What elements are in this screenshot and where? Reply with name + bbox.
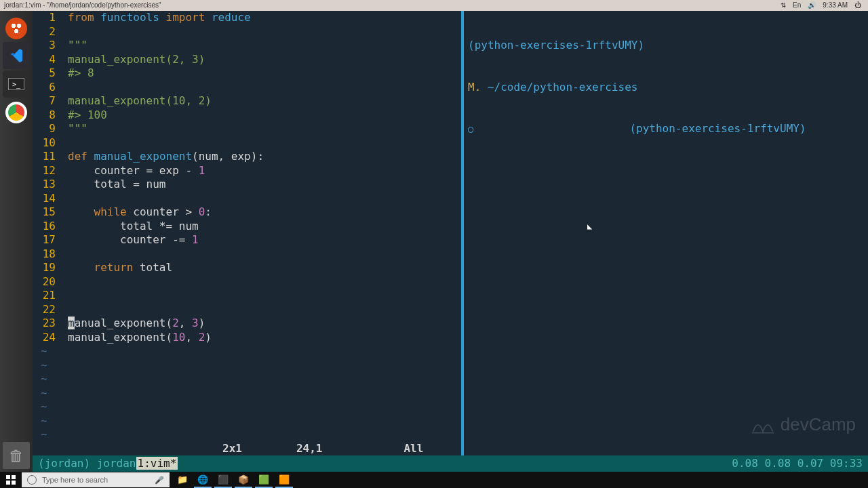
vscode-icon[interactable] [3,42,30,69]
tmux-loadavg-clock: 0.08 0.08 0.07 09:33 [732,455,863,472]
tmux-status-bar: (jordan) jordan1:vim* 0.08 0.08 0.07 09:… [33,455,868,472]
taskbar-search-input[interactable]: Type here to search [22,472,170,487]
start-button[interactable] [0,472,22,488]
terminal-window: 123456789101112131415161718192021222324 … [33,11,868,472]
power-icon[interactable]: ⏻ [854,0,861,11]
taskbar-pinned-apps: 📁 🌐 ⬛ 📦 🟩 🟧 [174,472,293,488]
taskbar-camtasia-icon[interactable]: 🟧 [275,472,293,488]
taskbar-chrome-icon[interactable]: 🌐 [194,472,212,488]
prompt-env-name: (python-exercises-1rftvUMY) [629,122,806,135]
sound-icon[interactable]: 🔊 [808,0,816,11]
keyboard-lang[interactable]: En [793,0,801,11]
system-tray: ⇅ En 🔊 9:33 AM ⏻ [781,0,868,11]
virtualenv-name: (python-exercises-1rftvUMY) [468,39,868,53]
vim-scroll-position: All [403,442,423,455]
vim-statusline-left: 2x1 24,1 All [33,442,461,455]
svg-rect-3 [12,481,16,485]
cwd-path: ~/code/python-exercises [488,81,638,94]
vim-left-pane[interactable]: 123456789101112131415161718192021222324 … [33,11,461,455]
windows-taskbar: Type here to search 📁 🌐 ⬛ 📦 🟩 🟧 [0,472,868,488]
network-icon[interactable]: ⇅ [781,0,786,11]
chrome-icon[interactable] [3,99,30,126]
terminal-icon[interactable]: >_ [3,70,30,98]
svg-rect-0 [6,475,10,479]
shell-right-pane[interactable]: (python-exercises-1rftvUMY) M. ~/code/py… [464,11,868,455]
svg-rect-2 [6,481,10,485]
search-placeholder: Type here to search [42,476,108,484]
dash-icon[interactable] [3,14,30,41]
clock[interactable]: 9:33 AM [823,0,848,11]
taskbar-app-icon-3[interactable]: 🟩 [255,472,273,488]
taskbar-app-icon-1[interactable]: ⬛ [214,472,232,488]
window-titlebar: jordan:1:vim - "/home/jordan/code/python… [0,0,868,11]
window-title: jordan:1:vim - "/home/jordan/code/python… [4,0,161,11]
cortana-circle-icon [27,475,37,485]
vim-cursor-position: 24,1 [296,442,323,455]
code-buffer[interactable]: from functools import reduce"""manual_ex… [68,11,264,344]
devcamp-text: devCamp [781,418,856,432]
trash-icon[interactable]: 🗑 [3,442,30,469]
git-modified-indicator: M. [468,81,481,94]
tmux-active-window[interactable]: 1:vim* [136,457,178,470]
line-number-gutter: 123456789101112131415161718192021222324 [33,11,61,344]
vim-col-indicator: 2x1 [222,442,242,455]
mouse-pointer: ◣ [587,220,592,234]
unity-dock: >_ [0,11,33,472]
vim-tilde-lines: ~~~~~~~ [33,344,61,442]
svg-rect-1 [12,475,16,479]
taskbar-app-icon-2[interactable]: 📦 [235,472,252,488]
taskbar-explorer-icon[interactable]: 📁 [174,472,191,488]
prompt-symbol: ○ [468,123,473,134]
tmux-session-name: (jordan) jordan [38,457,136,470]
devcamp-watermark: devCamp [751,412,856,436]
